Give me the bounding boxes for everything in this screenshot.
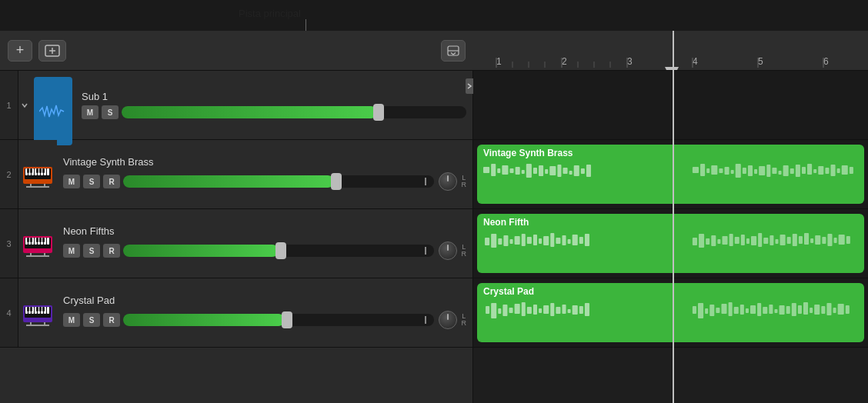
- track-fold-1[interactable]: [18, 71, 31, 139]
- solo-button-3[interactable]: S: [83, 244, 100, 258]
- svg-rect-89: [586, 165, 591, 177]
- svg-rect-122: [515, 236, 520, 245]
- svg-rect-94: [719, 168, 723, 173]
- timeline-tracks: Vintage Synth Brass: [473, 71, 868, 403]
- solo-button-2[interactable]: S: [83, 175, 100, 188]
- mute-button-2[interactable]: M: [63, 175, 80, 188]
- svg-rect-186: [729, 302, 733, 316]
- volume-fill-4: [123, 314, 285, 326]
- region-neon-fifth[interactable]: Neon Fifth: [477, 214, 864, 273]
- track-header-2: Vintage Synth Brass M S R LR: [57, 140, 472, 208]
- svg-rect-173: [550, 303, 554, 316]
- svg-rect-117: [485, 238, 489, 245]
- svg-rect-84: [557, 165, 561, 177]
- svg-rect-120: [503, 235, 508, 246]
- timeline-area: 1 2 3 4 5 6: [473, 31, 868, 403]
- volume-slider-wrap-1[interactable]: [122, 106, 466, 118]
- track-icon-2: [18, 140, 57, 208]
- svg-rect-134: [585, 234, 589, 246]
- record-button-4[interactable]: R: [103, 313, 120, 327]
- add-button[interactable]: +: [8, 40, 32, 62]
- keyboard-icon-2: [22, 161, 54, 188]
- timeline-row-2[interactable]: Vintage Synth Brass: [473, 140, 868, 209]
- scroll-arrow[interactable]: [466, 78, 473, 94]
- svg-rect-88: [581, 168, 585, 174]
- keyboard-icon-3: [22, 230, 54, 258]
- svg-rect-205: [838, 304, 844, 315]
- svg-rect-19: [42, 168, 45, 173]
- volume-slider-wrap-2[interactable]: [123, 175, 434, 188]
- svg-rect-17: [36, 168, 38, 173]
- mute-button-3[interactable]: M: [63, 244, 80, 258]
- mute-button-1[interactable]: M: [82, 105, 98, 119]
- region-vintage-synth-brass[interactable]: Vintage Synth Brass: [477, 145, 864, 204]
- region-crystal-pad[interactable]: Crystal Pad: [477, 283, 864, 342]
- volume-thumb-3[interactable]: [275, 242, 286, 259]
- volume-fill-2: [123, 175, 334, 188]
- track-row-4: 4 C: [0, 278, 472, 348]
- svg-rect-160: [839, 235, 845, 245]
- volume-slider-wrap-4[interactable]: [123, 314, 434, 326]
- mute-button-4[interactable]: M: [63, 313, 80, 327]
- svg-rect-133: [579, 237, 583, 244]
- record-button-2[interactable]: R: [103, 175, 120, 188]
- svg-rect-150: [780, 235, 786, 245]
- timeline-row-1[interactable]: [473, 71, 868, 140]
- pan-knob-3[interactable]: [437, 240, 459, 261]
- svg-rect-14: [47, 168, 49, 175]
- add-track-icon: [45, 44, 60, 58]
- toolbar: +: [0, 31, 473, 71]
- track-name-3: Neon Fifths: [63, 225, 466, 237]
- solo-button-1[interactable]: S: [102, 105, 119, 119]
- track-controls-4: M S R LR: [63, 309, 466, 331]
- vol-marker-4: [425, 316, 426, 324]
- pan-knob-2[interactable]: [437, 171, 459, 192]
- svg-rect-163: [491, 303, 496, 318]
- track-name-4: Crystal Pad: [63, 295, 466, 306]
- pan-knob-4[interactable]: [437, 309, 459, 331]
- volume-thumb-4[interactable]: [282, 311, 292, 328]
- svg-rect-92: [706, 168, 709, 173]
- svg-rect-184: [716, 308, 719, 313]
- track-controls-2: M S R LR: [63, 171, 466, 192]
- timeline-row-4[interactable]: Crystal Pad: [473, 278, 868, 348]
- svg-rect-156: [815, 235, 820, 245]
- svg-rect-130: [562, 235, 566, 245]
- svg-rect-135: [693, 238, 697, 245]
- svg-rect-167: [515, 304, 520, 314]
- volume-slider-wrap-3[interactable]: [123, 245, 434, 257]
- track-number-3: 3: [0, 209, 18, 278]
- svg-rect-182: [705, 308, 708, 314]
- svg-rect-77: [516, 167, 520, 175]
- lr-label-3: LR: [462, 244, 467, 258]
- track-row-3: 3 N: [0, 209, 472, 278]
- svg-rect-200: [810, 308, 813, 313]
- svg-rect-158: [827, 234, 832, 246]
- svg-rect-195: [780, 305, 785, 315]
- fold-button[interactable]: [441, 40, 466, 62]
- region-name-crystal-pad: Crystal Pad: [483, 286, 858, 297]
- record-button-3[interactable]: R: [103, 244, 120, 258]
- svg-rect-137: [706, 238, 709, 245]
- svg-rect-197: [792, 303, 796, 316]
- svg-rect-127: [543, 236, 549, 245]
- svg-rect-204: [833, 308, 836, 313]
- volume-thumb-1[interactable]: [373, 104, 384, 121]
- track-icon-1: [34, 77, 72, 145]
- svg-rect-107: [796, 165, 800, 177]
- track-icon-3: [18, 209, 57, 278]
- track-name-1: Sub 1: [82, 91, 466, 102]
- svg-rect-172: [543, 305, 549, 314]
- svg-rect-199: [803, 302, 808, 315]
- svg-rect-91: [700, 164, 705, 176]
- svg-rect-194: [774, 309, 777, 313]
- solo-button-4[interactable]: S: [83, 313, 100, 327]
- volume-thumb-2[interactable]: [331, 173, 342, 190]
- ruler: 1 2 3 4 5 6: [473, 31, 868, 71]
- timeline-row-3[interactable]: Neon Fifth: [473, 209, 868, 278]
- add-track-button[interactable]: [38, 40, 66, 62]
- svg-rect-76: [509, 168, 513, 173]
- svg-rect-201: [814, 305, 820, 315]
- svg-rect-196: [786, 306, 790, 314]
- svg-rect-90: [693, 167, 699, 173]
